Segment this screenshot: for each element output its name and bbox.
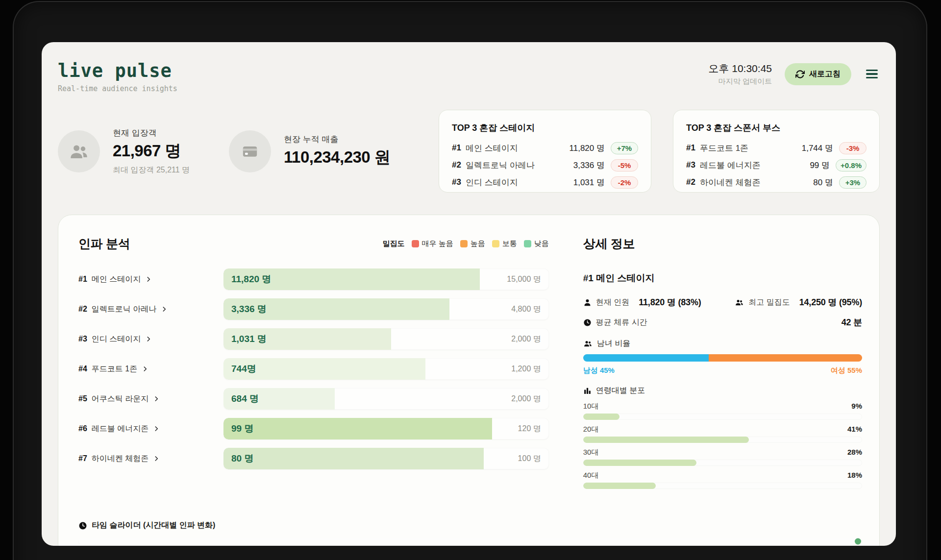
clock-icon — [583, 318, 592, 327]
chevron-right-icon[interactable] — [153, 395, 160, 402]
trend-badge: -2% — [611, 176, 638, 189]
crowd-row[interactable]: #3인디 스테이지1,031 명2,000 명 — [78, 328, 549, 350]
crowd-row-label[interactable]: #5어쿠스틱 라운지 — [78, 394, 223, 404]
occupancy-bar: 11,820 명15,000 명 — [223, 268, 549, 290]
crowd-row-label[interactable]: #2일렉트로닉 아레나 — [78, 304, 223, 315]
chevron-right-icon[interactable] — [145, 276, 152, 283]
rank: #2 — [686, 177, 695, 187]
age-bar — [583, 483, 862, 489]
brand: live pulse Real-time audience insights — [58, 62, 177, 93]
zone-name: 어쿠스틱 라운지 — [92, 394, 149, 404]
occupancy-bar: 3,336 명4,800 명 — [223, 298, 549, 320]
rank: #3 — [686, 160, 695, 170]
crowd-row-label[interactable]: #7하이네켄 체험존 — [78, 454, 223, 464]
age-group-label: 40대 — [583, 471, 599, 480]
trend-badge: +3% — [839, 176, 867, 189]
gender-ratio-bar — [583, 354, 862, 362]
crowd-row[interactable]: #7하이네켄 체험존80 명100 명 — [78, 448, 549, 469]
people-icon — [735, 298, 744, 307]
density-chip-normal — [492, 240, 499, 247]
chevron-right-icon[interactable] — [153, 425, 160, 432]
people-icon — [583, 340, 593, 348]
crowd-row[interactable]: #5어쿠스틱 라운지684 명2,000 명 — [78, 388, 549, 410]
stat-sub: 최대 입장객 25,211 명 — [113, 165, 190, 175]
density-chip-high — [460, 240, 468, 247]
chevron-right-icon[interactable] — [142, 365, 149, 372]
occupancy-value: 3,336 명 — [231, 303, 267, 316]
capacity-value: 120 명 — [518, 424, 541, 434]
top3-booth-row: #1 푸드코트 1존 1,744 명 -3% — [686, 141, 867, 155]
capacity-value: 100 명 — [518, 454, 541, 464]
crowd-row[interactable]: #1메인 스테이지11,820 명15,000 명 — [78, 268, 549, 290]
top3-booth-row: #2 하이네켄 체험존 80 명 +3% — [686, 175, 867, 189]
stat-label: 현재 입장객 — [113, 127, 190, 139]
gender-ratio-header: 남녀 비율 — [583, 339, 862, 349]
booth-name: 레드불 에너지존 — [700, 160, 761, 171]
chevron-right-icon[interactable] — [153, 455, 160, 462]
time-slider-handle[interactable] — [855, 538, 861, 544]
rank: #1 — [686, 143, 695, 153]
last-update-caption: 마지막 업데이트 — [708, 77, 772, 86]
rank: #7 — [78, 454, 87, 463]
current-count-label: 현재 인원 — [596, 297, 629, 308]
menu-icon[interactable] — [864, 68, 880, 81]
rank: #2 — [452, 160, 461, 170]
top3-booth-row: #3 레드불 에너지존 99 명 +0.8% — [686, 158, 867, 172]
occupancy-value: 1,031 명 — [231, 333, 267, 345]
age-bar-fill — [583, 460, 696, 466]
person-icon — [583, 298, 592, 307]
age-row: 20대41% — [583, 425, 862, 443]
app-header: live pulse Real-time audience insights 오… — [58, 62, 880, 93]
crowd-row-label[interactable]: #4푸드코트 1존 — [78, 364, 223, 374]
last-update: 오후 10:30:45 마지막 업데이트 — [708, 62, 772, 86]
density-chip-very-high — [412, 240, 419, 247]
legend-text: 높음 — [470, 239, 485, 248]
stat-value: 110,234,230 원 — [284, 146, 390, 169]
crowd-row-label[interactable]: #3인디 스테이지 — [78, 334, 223, 344]
avg-stay-label: 평균 체류 시간 — [596, 317, 647, 328]
occupancy-bar: 684 명2,000 명 — [223, 388, 549, 410]
chevron-right-icon[interactable] — [161, 306, 168, 313]
time-slider-label: 타임 슬라이더 (시간대별 인파 변화) — [92, 520, 215, 531]
age-group-value: 18% — [847, 471, 862, 480]
zone-name: 메인 스테이지 — [92, 274, 141, 285]
time-slider-section: 타임 슬라이더 (시간대별 인파 변화) 오전 10:00오후 12:00오후 … — [78, 520, 862, 546]
app-screen: live pulse Real-time audience insights 오… — [42, 42, 896, 546]
legend-text: 낮음 — [534, 239, 549, 248]
age-bar-fill — [583, 414, 619, 420]
rank: #1 — [452, 143, 461, 153]
stat-value: 21,967 명 — [113, 140, 190, 162]
trend-badge: -5% — [611, 159, 638, 171]
clock-icon — [78, 521, 87, 530]
booth-count: 99 명 — [810, 160, 830, 171]
stage-name: 메인 스테이지 — [466, 143, 518, 154]
trend-badge: +7% — [611, 142, 638, 154]
time-slider-track[interactable] — [78, 538, 862, 544]
rank: #4 — [78, 365, 87, 373]
female-label: 여성 55% — [831, 366, 862, 375]
rank: #1 — [78, 275, 87, 284]
people-icon — [58, 130, 100, 172]
crowd-row-label[interactable]: #1메인 스테이지 — [78, 274, 223, 285]
stat-label: 현장 누적 매출 — [284, 134, 390, 145]
crowd-row-label[interactable]: #6레드불 에너지존 — [78, 424, 223, 434]
occupancy-fill — [223, 448, 484, 469]
booth-count: 80 명 — [813, 177, 833, 188]
stage-count: 1,031 명 — [573, 177, 605, 188]
refresh-button[interactable]: 새로고침 — [785, 63, 851, 85]
legend-label: 밀집도 — [383, 239, 405, 248]
age-bar — [583, 460, 862, 466]
current-time: 오후 10:30:45 — [708, 62, 772, 75]
crowd-row[interactable]: #4푸드코트 1존744명1,200 명 — [78, 358, 549, 380]
crowd-row[interactable]: #6레드불 에너지존99 명120 명 — [78, 418, 549, 439]
top3-booths-card: TOP 3 혼잡 스폰서 부스 #1 푸드코트 1존 1,744 명 -3% #… — [673, 110, 880, 193]
crowd-row[interactable]: #2일렉트로닉 아레나3,336 명4,800 명 — [78, 298, 549, 320]
chevron-right-icon[interactable] — [145, 336, 152, 342]
occupancy-fill — [223, 418, 492, 439]
age-rows: 10대9%20대41%30대28%40대18% — [583, 402, 862, 489]
male-segment — [583, 354, 709, 362]
age-row: 10대9% — [583, 402, 862, 420]
occupancy-bar: 99 명120 명 — [223, 418, 549, 439]
app-logo: live pulse — [58, 62, 177, 80]
rank: #6 — [78, 424, 87, 433]
